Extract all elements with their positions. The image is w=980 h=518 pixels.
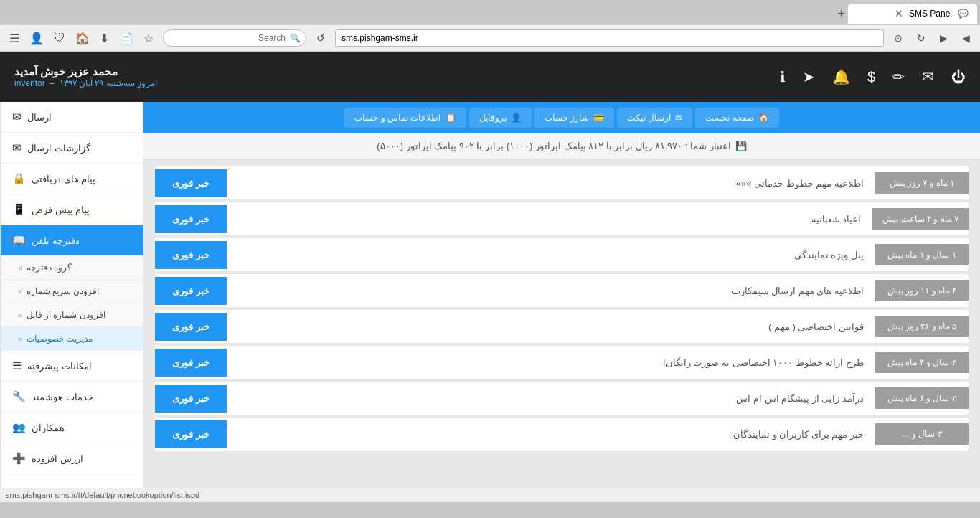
search-icon: 🔍: [290, 33, 301, 43]
shield-button[interactable]: 🛡: [50, 30, 69, 46]
main-layout: 🏠 صفحه نخست ✉ ارسال تیکت 💳 شارژ حساب 👤 پ…: [0, 102, 980, 488]
sidebar-item-payam-dariyafti[interactable]: پیام های دریافتی 🔒: [1, 164, 143, 194]
tab-close-icon[interactable]: ✕: [895, 8, 903, 19]
inbox-item[interactable]: ۴ ماه و ۱۱ روز پیش اطلاعیه های مهم ارسال…: [155, 274, 969, 307]
sidebar-icon-emkanat: ☰: [12, 359, 22, 372]
inbox-item[interactable]: ۷ ماه و ۴ ساعت پیش اعیاد شعبانیه خبر فور…: [155, 202, 969, 235]
browser-tab[interactable]: 💬 SMS Panel ✕: [848, 4, 977, 24]
user-label: inventor: [14, 78, 45, 88]
address-bar-input[interactable]: [335, 29, 884, 47]
refresh-button[interactable]: ↻: [913, 31, 930, 45]
inbox-list: ۱ ماه و ۷ روز پیش اطلاعیه مهم خطوط خدمات…: [143, 159, 980, 461]
power-icon[interactable]: ⏻: [951, 69, 966, 85]
reload-button[interactable]: ↺: [312, 31, 329, 45]
inbox-content: خبر مهم برای کاربران و نمایندگان: [227, 423, 875, 446]
sidebar-item-emkanat[interactable]: امکانات پیشرفته ☰: [1, 351, 143, 382]
status-url: sms.pishgam-sms.ir/tt/default/phonebooko…: [6, 491, 199, 499]
sidebar-subitem-gorooh[interactable]: گروه دفترچه »: [1, 256, 143, 280]
sidebar-item-arzesh[interactable]: ارزش افزوده ➕: [1, 443, 143, 474]
inbox-content: اطلاعیه های مهم ارسال سیمکارت: [227, 280, 875, 302]
info-icon[interactable]: ℹ: [780, 68, 786, 85]
send-icon[interactable]: ➤: [803, 68, 815, 85]
new-tab-button[interactable]: +: [837, 6, 845, 22]
sidebar-item-hamkaran[interactable]: همکاران 👥: [1, 413, 143, 443]
status-bar: sms.pishgam-sms.ir/tt/default/phonebooko…: [0, 488, 980, 502]
sidebar-item-gozareshat[interactable]: گزارشات ارسال ✉: [1, 133, 143, 164]
bookmark-star-button[interactable]: ☆: [140, 30, 157, 47]
sidebar-icon-gozareshat: ✉: [12, 141, 22, 154]
inbox-time: ۲ سال و ۴ ماه پیش: [875, 352, 969, 373]
email-icon[interactable]: ✉: [922, 68, 934, 85]
subitem-label-gorooh: گروه دفترچه: [27, 263, 72, 273]
back-button[interactable]: ◀: [958, 31, 974, 45]
reader-view-button[interactable]: 📄: [116, 30, 137, 47]
sidebar-icon-daftarche: 📖: [12, 234, 26, 247]
sidebar-label-daftarche: دفترچه تلفن: [32, 235, 80, 246]
nav-info[interactable]: 📋 اطلاعات تماس و حساب: [344, 108, 466, 128]
sidebar-icon-khadamat: 🔧: [12, 390, 26, 403]
inbox-tag: خبر فوری: [155, 420, 227, 448]
bell-icon[interactable]: 🔔: [832, 68, 850, 85]
nav-home[interactable]: 🏠 صفحه نخست: [695, 108, 778, 128]
sidebar-label-ersal: ارسال: [27, 112, 52, 123]
sidebar-label-arzesh: ارزش افزوده: [32, 453, 83, 464]
nav-ticket[interactable]: ✉ ارسال تیکت: [617, 108, 692, 128]
inbox-item[interactable]: ۱ سال و ۱ ماه پیش پنل ویژه نمایندگی خبر …: [155, 238, 969, 271]
sidebar-label-payam-pish-farz: پیام پیش فرض: [32, 204, 90, 215]
home-nav-button[interactable]: 🏠: [72, 30, 93, 47]
subitem-label-afzoodan-sari: افزودن سریع شماره: [27, 286, 100, 296]
chevron-right-icon-4: »: [18, 335, 22, 343]
info-bar-text: اعتبار شما : ۸۱,۹۷۰ ریال برابر با ۸۱۲ پی…: [377, 141, 730, 151]
inbox-time: ۷ ماه و ۴ ساعت پیش: [872, 208, 969, 230]
inbox-time: ۱ ماه و ۷ روز پیش: [875, 172, 969, 194]
tab-icon: 💬: [958, 9, 969, 19]
inbox-item[interactable]: ۵ ماه و ۲۶ روز پیش قوانین اختصاصی ( مهم …: [155, 310, 969, 343]
sidebar-icon-payam-pish-farz: 📱: [12, 203, 26, 216]
inbox-item[interactable]: ۲ سال و ۴ ماه پیش طرح ارائه خطوط ۱۰۰۰ اخ…: [155, 346, 969, 379]
sidebar-icon-ersal: ✉: [12, 110, 22, 123]
inbox-tag: خبر فوری: [155, 169, 227, 197]
inbox-content: طرح ارائه خطوط ۱۰۰۰ اختصاصی به صورت رایگ…: [227, 352, 875, 374]
inbox-tag: خبر فوری: [155, 385, 227, 413]
search-input[interactable]: [163, 29, 306, 47]
sidebar-subitem-modiriyat[interactable]: مدیریت خصوصیات »: [1, 327, 143, 351]
menu-button[interactable]: ☰: [6, 30, 23, 47]
sidebar-subitem-afzoodan-file[interactable]: افزودن شماره از فایل »: [1, 303, 143, 327]
inbox-item[interactable]: ۲ سال و ۶ ماه پیش درآمد زایی از پیشگام ا…: [155, 382, 969, 415]
sidebar-icon-hamkaran: 👥: [12, 421, 26, 434]
inbox-time: ۴ ماه و ۱۱ روز پیش: [875, 280, 969, 301]
sidebar-subitem-afzoodan-sari[interactable]: افزودن سریع شماره »: [1, 280, 143, 303]
info-bar-icon: 💾: [735, 141, 747, 151]
home-button[interactable]: ⊙: [890, 31, 907, 45]
sidebar-label-emkanat: امکانات پیشرفته: [27, 361, 92, 372]
sidebar-item-khadamat[interactable]: خدمات هوشمند 🔧: [1, 382, 143, 413]
tab-title: SMS Panel: [909, 9, 952, 19]
inbox-time: ۵ ماه و ۲۶ روز پیش: [875, 316, 969, 337]
inbox-content: قوانین اختصاصی ( مهم ): [227, 316, 875, 338]
inbox-content: اعیاد شعبانیه: [227, 208, 872, 230]
nav-bar: 🏠 صفحه نخست ✉ ارسال تیکت 💳 شارژ حساب 👤 پ…: [143, 102, 980, 133]
sidebar-item-daftarche[interactable]: دفترچه تلفن 📖: [1, 225, 143, 256]
user-name: محمد عزیز خوش آمدید: [14, 65, 157, 78]
subitem-label-modiriyat: مدیریت خصوصیات: [27, 334, 93, 344]
forward-button[interactable]: ▶: [936, 31, 952, 45]
sidebar-label-khadamat: خدمات هوشمند: [32, 392, 93, 402]
user-date: امروز سه‌شنبه ۲۹ آبان ۱۳۹۷: [60, 78, 157, 88]
avatar-button[interactable]: 👤: [26, 30, 47, 47]
inbox-time: ۲ سال و ۶ ماه پیش: [875, 387, 969, 409]
header-user: محمد عزیز خوش آمدید امروز سه‌شنبه ۲۹ آبا…: [14, 65, 157, 88]
dollar-icon[interactable]: $: [867, 69, 875, 85]
inbox-item[interactable]: ۱ ماه و ۷ روز پیش اطلاعیه مهم خطوط خدمات…: [155, 166, 969, 199]
edit-icon[interactable]: ✏: [892, 68, 905, 85]
sidebar-item-payam-pish-farz[interactable]: پیام پیش فرض 📱: [1, 194, 143, 225]
sidebar-submenu: گروه دفترچه » افزودن سریع شماره » افزودن…: [1, 256, 143, 351]
download-button[interactable]: ⬇: [96, 30, 113, 47]
sidebar-label-gozareshat: گزارشات ارسال: [27, 143, 90, 154]
inbox-item[interactable]: ۳ سال و ... خبر مهم برای کاربران و نماین…: [155, 418, 969, 451]
nav-charge[interactable]: 💳 شارژ حساب: [534, 108, 614, 128]
sidebar-item-ersal[interactable]: ارسال ✉: [1, 102, 143, 133]
user-sub: امروز سه‌شنبه ۲۹ آبان ۱۳۹۷ – inventor: [14, 78, 157, 88]
nav-profile[interactable]: 👤 پروفایل: [469, 108, 532, 128]
inbox-tag: خبر فوری: [155, 241, 227, 269]
app-header: ⏻ ✉ ✏ $ 🔔 ➤ ℹ محمد عزیز خوش آمدید امروز …: [0, 52, 980, 102]
